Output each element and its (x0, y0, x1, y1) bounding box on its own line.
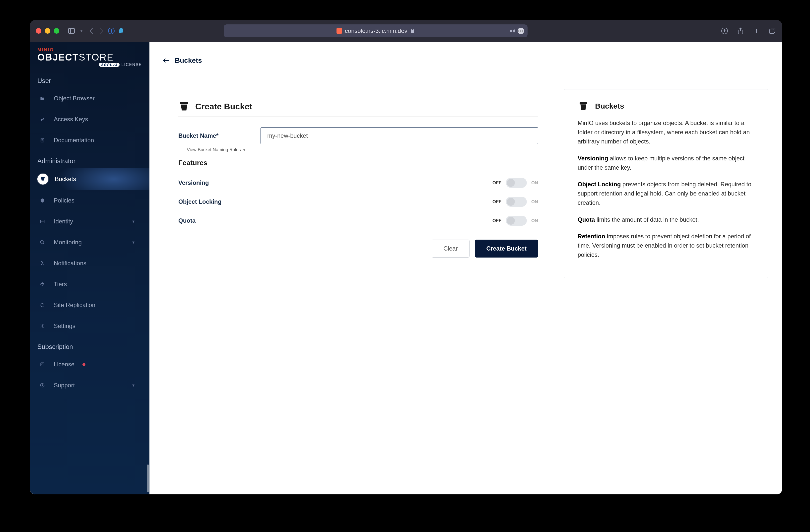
toolbar-right-group (721, 27, 776, 35)
sidebar-section-administrator: Administrator (37, 151, 142, 168)
url-bar[interactable]: console.ns-3.ic.min.dev ⋯ (224, 25, 528, 37)
sidebar-toggle-icon[interactable] (68, 27, 75, 35)
sidebar-item-label: Buckets (55, 176, 76, 182)
new-tab-icon[interactable] (753, 27, 760, 35)
sidebar-item-tiers[interactable]: Tiers (30, 274, 149, 295)
back-arrow-icon[interactable] (163, 58, 170, 63)
create-bucket-card: Create Bucket Bucket Name* View Bucket N… (163, 89, 553, 278)
clear-button[interactable]: Clear (432, 240, 469, 258)
search-icon (37, 237, 47, 247)
browser-toolbar: ▾ console.ns-3.ic.min.dev (30, 20, 782, 42)
info-paragraph: Object Locking prevents objects from bei… (578, 180, 755, 208)
sidebar-scrollbar[interactable] (147, 465, 149, 492)
forward-button-icon[interactable] (98, 27, 105, 35)
view-naming-rules-link[interactable]: View Bucket Naming Rules ▾ (187, 147, 538, 152)
logo-brand: MINIO (37, 47, 142, 52)
logo-product: OBJECTSTORE (37, 52, 142, 62)
logo-license: AGPLv3LICENSE (37, 63, 142, 67)
svg-point-22 (40, 384, 44, 387)
mute-icon[interactable] (509, 28, 515, 33)
sidebar-item-label: Monitoring (54, 239, 82, 246)
info-title: Buckets (595, 102, 624, 110)
tabs-overview-icon[interactable] (769, 27, 776, 35)
chevron-down-icon: ▾ (132, 219, 134, 224)
toggle-switch[interactable] (506, 178, 527, 188)
id-icon (37, 216, 47, 226)
info-paragraph: Retention imposes rules to prevent objec… (578, 232, 755, 259)
features-heading: Features (178, 159, 538, 167)
info-paragraph: Quota limits the amount of data in the b… (578, 215, 755, 224)
lock-icon (410, 28, 415, 33)
layers-icon (37, 279, 47, 289)
downloads-icon[interactable] (721, 27, 728, 35)
sidebar-item-monitoring[interactable]: Monitoring ▾ (30, 232, 149, 253)
quota-toggle[interactable]: OFF ON (492, 216, 538, 226)
url-text: console.ns-3.ic.min.dev (345, 27, 407, 34)
folder-icon (37, 93, 47, 103)
page-body: Create Bucket Bucket Name* View Bucket N… (149, 79, 782, 288)
svg-rect-3 (111, 29, 112, 33)
toggle-switch[interactable] (506, 216, 527, 226)
sidebar-item-settings[interactable]: Settings (30, 316, 149, 337)
sidebar-item-site-replication[interactable]: Site Replication (30, 295, 149, 316)
feature-quota: Quota OFF ON (178, 211, 538, 230)
svg-line-19 (43, 243, 44, 244)
chevron-down-icon: ▾ (132, 240, 134, 245)
create-bucket-button[interactable]: Create Bucket (475, 240, 538, 258)
logo: MINIO OBJECTSTORE AGPLv3LICENSE (30, 45, 149, 70)
shield-icon (37, 195, 47, 206)
site-favicon-icon (337, 28, 342, 34)
bucket-icon (178, 101, 190, 112)
object-locking-toggle[interactable]: OFF ON (492, 197, 538, 207)
sidebar-item-identity[interactable]: Identity ▾ (30, 211, 149, 232)
svg-point-20 (42, 325, 43, 327)
sidebar-item-buckets[interactable]: Buckets (30, 168, 149, 190)
svg-point-18 (40, 241, 44, 244)
breadcrumb-title[interactable]: Buckets (175, 57, 202, 65)
notification-dot-icon (82, 363, 85, 366)
sidebar-item-license[interactable]: License (30, 354, 149, 375)
sidebar-item-label: Identity (54, 218, 73, 225)
license-icon (37, 359, 47, 369)
sidebar-item-label: Documentation (54, 137, 94, 144)
sidebar-item-access-keys[interactable]: Access Keys (30, 109, 149, 130)
feature-object-locking: Object Locking OFF ON (178, 192, 538, 211)
svg-rect-9 (770, 29, 774, 34)
lambda-icon: λ (37, 258, 47, 268)
feature-versioning: Versioning OFF ON (178, 173, 538, 192)
sidebar-item-policies[interactable]: Policies (30, 190, 149, 211)
page-title: Create Bucket (195, 102, 252, 111)
main-area: Buckets Create Bucket Bucket Name* (149, 42, 782, 495)
minimize-window-icon[interactable] (45, 28, 50, 34)
sidebar-section-subscription: Subscription (37, 337, 142, 354)
versioning-toggle[interactable]: OFF ON (492, 178, 538, 188)
tab-group-chevron-icon[interactable]: ▾ (78, 27, 85, 35)
svg-rect-24 (180, 102, 188, 104)
sidebar-item-label: Site Replication (54, 302, 95, 309)
gear-icon (37, 321, 47, 331)
sidebar-section-user: User (37, 70, 142, 88)
sidebar-item-label: Policies (54, 197, 75, 204)
sidebar-item-documentation[interactable]: Documentation (30, 130, 149, 151)
window-controls (36, 28, 59, 34)
toggle-switch[interactable] (506, 197, 527, 207)
sidebar-item-notifications[interactable]: λ Notifications (30, 253, 149, 274)
extension-ghost-icon[interactable] (117, 27, 125, 35)
sidebar-item-label: License (54, 361, 75, 368)
close-window-icon[interactable] (36, 28, 41, 34)
maximize-window-icon[interactable] (54, 28, 59, 34)
sidebar-item-label: Object Browser (54, 95, 95, 102)
back-button-icon[interactable] (88, 27, 95, 35)
bucket-name-input[interactable] (261, 127, 538, 144)
sidebar-item-object-browser[interactable]: Object Browser (30, 88, 149, 109)
chevron-down-icon: ▾ (243, 148, 245, 152)
reader-menu-icon[interactable]: ⋯ (518, 28, 524, 34)
key-icon (37, 114, 47, 124)
bucket-icon (37, 174, 48, 184)
sidebar-item-label: Settings (54, 323, 76, 329)
share-icon[interactable] (737, 27, 744, 35)
extension-1password-icon[interactable] (108, 27, 115, 35)
info-paragraph: Versioning allows to keep multiple versi… (578, 154, 755, 172)
bucket-name-label: Bucket Name* (178, 132, 250, 139)
sidebar-item-support[interactable]: Support ▾ (30, 375, 149, 396)
